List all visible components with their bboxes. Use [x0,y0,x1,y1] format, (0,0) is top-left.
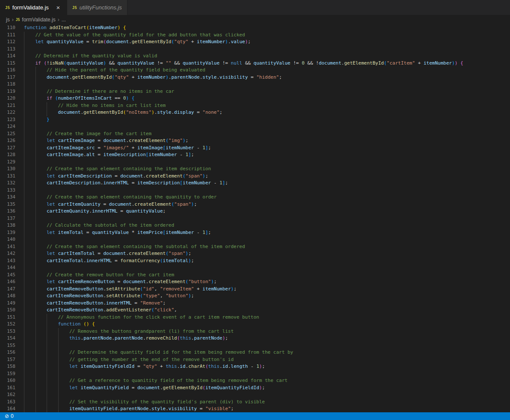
line-number[interactable]: 152 [0,321,15,328]
line-number[interactable]: 121 [0,102,15,109]
line-number[interactable]: 145 [0,272,15,279]
line-number[interactable]: 134 [0,194,15,201]
code-content[interactable]: function addItemToCart(itemNumber) { // … [15,24,510,412]
code-line[interactable]: cartItemRemoveButton.setAttribute("type"… [24,293,510,300]
code-line[interactable]: let cartItemImage = document.createEleme… [24,137,510,145]
line-number[interactable]: 138 [0,222,15,229]
line-number[interactable]: 153 [0,328,15,335]
code-line[interactable] [24,264,510,272]
line-numbers[interactable]: 1101111121131141151161171181191201211221… [0,24,15,412]
code-line[interactable]: // Hide the parent of the quantity field… [24,67,510,74]
line-number[interactable]: 144 [0,264,15,272]
code-line[interactable]: cartItemQuanity.innerHTML = quantityValu… [24,208,510,215]
tab-formvalidate[interactable]: JS formValidate.js × [0,0,67,15]
line-number[interactable]: 122 [0,109,15,116]
line-number[interactable]: 142 [0,250,15,257]
close-icon[interactable]: × [55,4,62,11]
line-number[interactable]: 160 [0,377,15,385]
code-line[interactable] [24,159,510,166]
line-number[interactable]: 125 [0,130,15,138]
line-number[interactable]: 150 [0,307,15,314]
line-number[interactable]: 155 [0,342,15,349]
code-line[interactable] [24,123,510,130]
code-line[interactable]: cartItemImage.src = "images/" + itemImag… [24,145,510,152]
code-line[interactable]: // Annonymous function for the click eve… [24,314,510,321]
problems-indicator[interactable]: ⊘ 0 [3,412,15,420]
line-number[interactable]: 126 [0,137,15,145]
line-number[interactable]: 112 [0,38,15,46]
line-number[interactable]: 162 [0,391,15,399]
line-number[interactable]: 123 [0,116,15,124]
line-number[interactable]: 148 [0,293,15,300]
code-line[interactable] [24,391,510,399]
line-number[interactable]: 116 [0,67,15,74]
line-number[interactable]: 139 [0,229,15,237]
code-line[interactable]: if (!isNaN(quantityValue) && quantityVal… [24,60,510,67]
code-line[interactable]: if (numberOfItemsInCart == 0) { [24,95,510,102]
code-line[interactable]: } [24,116,510,124]
line-number[interactable]: 110 [0,24,15,32]
code-line[interactable]: // Calculate the subtotal of the item or… [24,222,510,229]
code-line[interactable]: let itemTotal = quantityValue * itemPric… [24,229,510,237]
code-line[interactable]: // Determine if the quantity value is va… [24,53,510,60]
code-line[interactable]: let cartItemRemoveButton = document.crea… [24,278,510,286]
line-number[interactable]: 111 [0,32,15,39]
line-number[interactable]: 118 [0,81,15,88]
line-number[interactable]: 133 [0,187,15,194]
line-number[interactable]: 161 [0,385,15,392]
line-number[interactable]: 113 [0,46,15,53]
line-number[interactable]: 135 [0,201,15,208]
line-number[interactable]: 149 [0,300,15,307]
code-line[interactable]: function () { [24,321,510,328]
code-line[interactable]: // Create the span element containing th… [24,243,510,251]
editor[interactable]: 1101111121131141151161171181191201211221… [0,24,510,412]
line-number[interactable]: 140 [0,236,15,243]
code-line[interactable] [24,236,510,243]
line-number[interactable]: 119 [0,88,15,95]
code-line[interactable]: // Get a reference to quanitity field of… [24,377,510,385]
code-line[interactable]: cartItemRemoveButton.addEventListener("c… [24,307,510,314]
line-number[interactable]: 156 [0,349,15,356]
code-line[interactable]: this.parentNode.parentNode.removeChild(t… [24,335,510,342]
code-line[interactable]: document.getElementById("qty" + itemNumb… [24,74,510,81]
code-line[interactable]: function addItemToCart(itemNumber) { [24,24,510,32]
code-line[interactable]: // Determine if there are no items in th… [24,88,510,95]
code-line[interactable]: // Create the image for the cart item [24,130,510,138]
code-line[interactable]: let itemQuantityFieldId = "qty" + this.i… [24,363,510,370]
line-number[interactable]: 147 [0,286,15,293]
line-number[interactable]: 158 [0,363,15,370]
tab-utilityfunctions[interactable]: JS utilityFunctions.js [67,0,128,15]
line-number[interactable]: 136 [0,208,15,215]
line-number[interactable]: 131 [0,173,15,180]
line-number[interactable]: 146 [0,278,15,286]
code-line[interactable] [24,215,510,222]
line-number[interactable]: 164 [0,405,15,412]
line-number[interactable]: 117 [0,74,15,81]
line-number[interactable]: 137 [0,215,15,222]
code-line[interactable]: cartItemImage.alt = itemDescription[item… [24,151,510,159]
line-number[interactable]: 159 [0,370,15,378]
code-line[interactable]: cartItemDescription.innerHTML = itemDesc… [24,180,510,187]
breadcrumb-file[interactable]: formValidate.js [22,17,55,23]
code-line[interactable]: let cartItemTotal = document.createEleme… [24,250,510,257]
code-line[interactable]: document.getElementById("noItems").style… [24,109,510,116]
line-number[interactable]: 114 [0,53,15,60]
line-number[interactable]: 120 [0,95,15,102]
line-number[interactable]: 141 [0,243,15,251]
line-number[interactable]: 143 [0,257,15,265]
code-line[interactable]: // Removes the buttons grandparent (li) … [24,328,510,335]
code-line[interactable] [24,46,510,53]
code-line[interactable]: itemQuantityField.parentNode.style.visib… [24,405,510,412]
code-line[interactable]: // getting the number at the end of the … [24,356,510,364]
code-line[interactable] [24,370,510,378]
code-line[interactable]: // Deteremine the quantity field id for … [24,349,510,356]
line-number[interactable]: 128 [0,151,15,159]
line-number[interactable]: 132 [0,180,15,187]
code-line[interactable] [24,187,510,194]
code-line[interactable]: // Get the value of the quantity field f… [24,32,510,39]
line-number[interactable]: 157 [0,356,15,364]
code-line[interactable]: // Create the span element containing th… [24,194,510,201]
code-line[interactable]: // Create the span element containing th… [24,166,510,173]
code-line[interactable]: let cartItemDescription = document.creat… [24,173,510,180]
line-number[interactable]: 115 [0,60,15,67]
